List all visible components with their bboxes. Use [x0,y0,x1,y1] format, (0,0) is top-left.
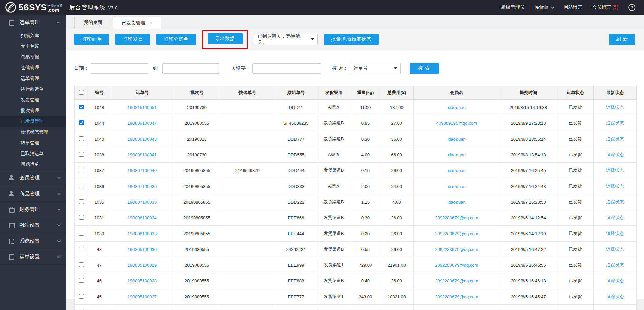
waybill-link[interactable]: 190808100041 [127,152,157,157]
row-checkbox[interactable] [79,231,84,236]
member-link[interactable]: 409889195@qq.com [436,121,477,126]
row-checkbox[interactable] [79,152,84,157]
tracking-status-link[interactable]: 追踪状态 [606,136,624,141]
sidebar-section-header[interactable]: 运单设置 [0,249,66,264]
sidebar-item[interactable]: 发货管理 [0,95,66,105]
time-cell: 2019/8/8 13:55:14 [500,131,557,147]
member-link[interactable]: 2092283679@qq.com [435,215,478,220]
waybill-link[interactable]: 190807100039 [127,184,157,189]
tracking-status-link[interactable]: 追踪状态 [606,231,624,236]
row-checkbox[interactable] [79,168,84,172]
print-label-button[interactable]: 打印面单 [74,34,109,45]
tracking-status-link[interactable]: 追踪状态 [606,199,624,204]
member-link[interactable]: xiaoquan [448,184,466,189]
sidebar-section-header[interactable]: 会员管理 [0,170,66,186]
user-menu[interactable]: iadmin [535,5,553,10]
sidebar-item[interactable]: 包裹预报 [0,52,66,62]
waybill-cell: 190807100038 [110,194,174,210]
waybill-link[interactable]: 190807100038 [127,200,157,205]
select-all-checkbox[interactable] [79,90,84,95]
waybill-link[interactable]: 190805100029 [127,263,157,268]
member-link[interactable]: 2092283679@qq.com [435,231,478,236]
sidebar-item[interactable]: 运单管理 [0,73,66,84]
waybill-link[interactable]: 190806100033 [127,231,157,236]
date-label: 日期： [74,65,89,71]
member-link[interactable]: 2092283679@qq.com [435,263,478,268]
row-checkbox[interactable] [79,278,84,283]
sidebar-section-header[interactable]: 财务管理 [0,202,66,217]
sidebar-section-header[interactable]: 商品管理 [0,186,66,201]
date-from-input[interactable] [91,63,148,74]
sidebar-item[interactable]: 仓储管理 [0,62,66,73]
tracking-status-link[interactable]: 追踪状态 [606,262,624,267]
print-invoice-button[interactable]: 打印发票 [115,34,150,45]
tracking-status-link[interactable]: 追踪状态 [606,184,624,189]
row-checkbox[interactable] [79,215,84,220]
waybill-link[interactable]: 190807100040 [127,168,157,173]
member-link[interactable]: 2092283679@qq.com [435,294,478,299]
sidebar-section-header[interactable]: 网站设置 [0,217,66,233]
tracking-status-link[interactable]: 追踪状态 [606,247,624,252]
tracking-status-link[interactable]: 追踪状态 [606,105,624,110]
logistics-status-select[interactable]: 已到达海关，等待清关。 [254,34,318,45]
waybill-link[interactable]: 190805100028 [127,278,157,283]
row-checkbox[interactable] [79,247,84,251]
sidebar-section-header[interactable]: 运单管理 [0,15,66,30]
sidebar-item[interactable]: 待付款运单 [0,84,66,95]
sidebar-item[interactable]: 已取消运单 [0,148,66,159]
tracking-status-link[interactable]: 追踪状态 [606,120,624,125]
member-link[interactable]: 2092283679@qq.com [435,278,478,283]
member-link[interactable]: xiaoquan [448,200,466,205]
member-link[interactable]: xiaoquan [448,152,466,157]
sidebar-item[interactable]: 问题运单 [0,159,66,170]
waybill-link[interactable]: 190809100047 [127,121,157,126]
tab-active[interactable]: 已发货管理× [113,17,161,29]
tab-close-icon[interactable]: × [149,20,152,25]
keyword-input[interactable] [252,63,321,74]
search-button[interactable]: 搜 索 [410,63,439,74]
sidebar-section-label: 运单设置 [19,254,40,260]
row-checkbox[interactable] [79,294,84,299]
tracking-status-link[interactable]: 追踪状态 [606,278,624,283]
tracking-status-link[interactable]: 追踪状态 [606,215,624,220]
member-link[interactable]: xiaoquan [448,105,466,110]
batch-add-status-button[interactable]: 批量增加物流状态 [324,34,379,45]
date-to-input[interactable] [162,63,220,74]
tracking-status-link[interactable]: 追踪状态 [606,168,624,173]
export-data-button[interactable]: 导出数据 [208,33,243,44]
help-icon[interactable]: ? [628,4,635,11]
toolbar: 打印面单 打印发票 打印分拣单 导出数据 已到达海关，等待清关。 批量增加物流状… [66,29,644,50]
sidebar-item[interactable]: 物流状态管理 [0,127,66,138]
sidebar-item[interactable]: 转单管理 [0,138,66,148]
sidebar-item[interactable]: 批次管理 [0,105,66,116]
member-messages-link[interactable]: 会员留言(5) [592,4,618,10]
row-checkbox[interactable] [79,105,84,109]
refresh-button[interactable]: 刷 新 [609,34,635,45]
row-checkbox[interactable] [79,199,84,204]
row-checkbox[interactable] [79,136,84,141]
row-checkbox[interactable] [79,184,84,188]
batch-cell: 2019080555 [174,257,220,273]
waybill-link[interactable]: 190808100043 [127,137,157,142]
member-link[interactable]: xiaoquan [448,168,466,173]
waybill-link[interactable]: 190805100027 [127,294,157,299]
tracking-status-link[interactable]: 追踪状态 [606,152,624,157]
member-link[interactable]: 2092283679@qq.com [435,247,478,252]
waybill-link[interactable]: 190805100030 [127,247,157,252]
sidebar-item[interactable]: 扫描入库 [0,30,66,41]
site-messages-link[interactable]: 网站留言 [564,4,582,10]
member-link[interactable]: xiaoquan [448,137,466,142]
id-cell: 45 [88,289,110,305]
sidebar-item[interactable]: 无主包裹 [0,41,66,52]
sidebar-item[interactable]: 已发货管理 [0,116,66,127]
sidebar-section-header[interactable]: 系统设置 [0,233,66,249]
row-checkbox[interactable] [79,120,84,125]
row-checkbox[interactable] [79,262,84,267]
search-type-select[interactable]: 运单号 [350,63,401,74]
tracking-status-link[interactable]: 追踪状态 [606,294,624,299]
waybill-link[interactable]: 190806100034 [127,215,157,220]
waybill-link[interactable]: 190815100051 [127,105,157,110]
print-sorting-button[interactable]: 打印分拣单 [156,34,196,45]
member-cell: xiaoquan [413,178,500,194]
tab-inactive[interactable]: 我的桌面 [74,17,111,29]
